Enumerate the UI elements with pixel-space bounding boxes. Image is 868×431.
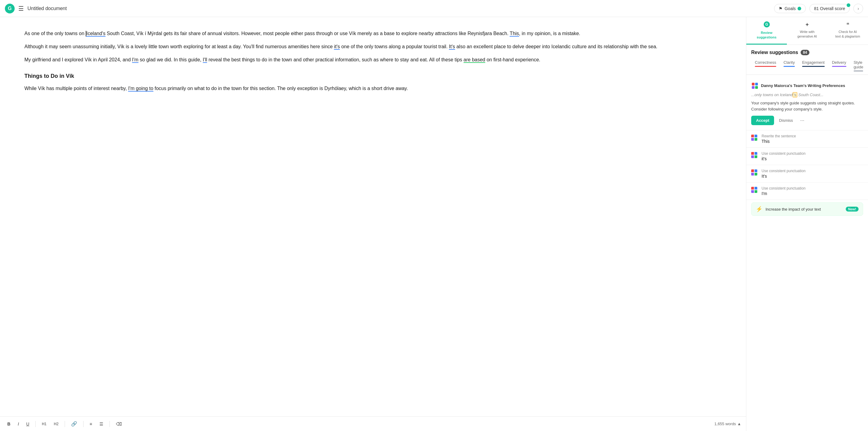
its-word-1: it's [334,44,340,50]
suggestion-value-1: This [762,139,863,144]
suggestion-cards: Danny Maiorca's Team's Writing Preferenc… [746,75,868,431]
iceland-word: Iceland's [86,31,105,37]
panel-content: Review suggestions 84 Correctness Clarit… [746,45,868,431]
document-title[interactable]: Untitled document [27,6,770,11]
more-options-button[interactable]: ··· [798,117,807,124]
suggestion-item-3[interactable]: Use consistent punctuation It's [746,165,868,182]
svg-rect-2 [752,83,754,85]
right-panel: G Reviewsuggestions ✦ Write withgenerati… [746,17,868,431]
svg-rect-3 [755,83,758,85]
impact-lightning-icon: ⚡ [756,206,763,212]
filter-tab-delivery[interactable]: Delivery [828,58,850,75]
team-description: Your company's style guide suggests usin… [751,100,863,112]
toolbar-divider-2 [65,421,65,427]
panel-tabs: G Reviewsuggestions ✦ Write withgenerati… [746,17,868,45]
h2-button[interactable]: H2 [51,421,61,427]
team-context: ...only towns on Iceland's South Coast..… [751,92,863,98]
suggestion-text-1: Rewrite the sentence This [762,134,863,144]
accept-button[interactable]: Accept [751,116,774,125]
clear-format-button[interactable]: ⌫ [114,420,124,428]
score-button[interactable]: 81 Overall score [809,4,850,13]
editor-area: As one of the only towns on Iceland's So… [0,17,746,431]
goals-button[interactable]: ⚑ Goals [774,4,806,13]
svg-text:G: G [765,22,768,27]
paragraph-4[interactable]: While Vík has multiple points of interes… [24,84,722,92]
grammarly-logo[interactable]: G [5,4,14,13]
suggestion-value-4: I'm [762,191,863,196]
editor-content[interactable]: As one of the only towns on Iceland's So… [0,17,746,416]
toolbar-divider-3 [83,421,84,427]
write-ai-icon: ✦ [805,21,809,28]
team-icon [751,82,758,89]
link-button[interactable]: 🔗 [69,420,80,428]
word-count: 1,655 words ▲ [714,422,741,426]
grammarly-tab-icon: G [764,21,770,29]
suggestion-icon-4 [751,187,758,194]
suggestion-icon-3 [751,169,758,177]
suggestion-value-3: It's [762,174,863,178]
h1-button[interactable]: H1 [39,421,49,427]
paragraph-3[interactable]: My girlfriend and I explored Vík in Apri… [24,56,722,64]
toolbar-divider-4 [110,421,110,427]
tab-write-ai[interactable]: ✦ Write withgenerative AI [787,17,828,45]
top-bar: G ☰ Untitled document ⚑ Goals 81 Overall… [0,0,868,17]
goals-flag-icon: ⚑ [779,6,783,11]
im-word: I'm [132,57,138,63]
suggestion-type-2: Use consistent punctuation [762,151,863,156]
bold-button[interactable]: B [5,420,13,428]
suggestion-item-2[interactable]: Use consistent punctuation it's [746,148,868,165]
delivery-underline [832,66,846,67]
score-dot [847,3,850,7]
clarity-underline [783,66,795,67]
filter-tab-correctness[interactable]: Correctness [751,58,780,75]
suggestion-icon-1 [751,135,758,142]
suggestion-text-2: Use consistent punctuation it's [762,151,863,161]
tab-review-suggestions[interactable]: G Reviewsuggestions [746,17,787,45]
expand-button[interactable]: › [854,4,863,13]
underline-button[interactable]: U [24,420,32,428]
bottom-toolbar: B I U H1 H2 🔗 ≡ ☰ ⌫ 1,655 words ▲ [0,416,746,431]
impact-banner[interactable]: ⚡ Increase the impact of your text New! [751,202,863,216]
unordered-list-button[interactable]: ☰ [97,420,106,428]
are-based-phrase: are based [464,57,485,63]
tab-check-plagiarism[interactable]: ❝ Check for AItext & plagiarism [828,17,868,45]
suggestion-text-3: Use consistent punctuation It's [762,169,863,178]
suggestions-title: Review suggestions [751,50,798,55]
suggestion-value-2: it's [762,156,863,161]
suggestion-type-1: Rewrite the sentence [762,134,863,138]
team-card-header: Danny Maiorca's Team's Writing Preferenc… [751,82,863,89]
im-going-phrase: I'm going to [128,86,153,92]
team-name: Danny Maiorca's Team's Writing Preferenc… [761,83,845,88]
paragraph-2[interactable]: Although it may seem unassuming initiall… [24,42,722,51]
team-actions: Accept Dismiss ··· [751,116,863,125]
svg-rect-4 [752,86,754,89]
suggestion-type-4: Use consistent punctuation [762,186,863,191]
suggestion-item-4[interactable]: Use consistent punctuation I'm [746,182,868,200]
heading-things-to-do: Things to Do in Vík [24,71,722,81]
word-count-chevron-icon: ▲ [737,422,741,426]
svg-rect-5 [755,86,758,89]
suggestion-type-3: Use consistent punctuation [762,169,863,173]
suggestion-text-4: Use consistent punctuation I'm [762,186,863,196]
italic-button[interactable]: I [15,420,21,428]
goals-dot [798,7,801,10]
dismiss-button[interactable]: Dismiss [776,116,796,125]
ordered-list-button[interactable]: ≡ [87,420,95,428]
filter-tab-clarity[interactable]: Clarity [780,58,799,75]
filter-tab-style[interactable]: Style guide [850,58,867,75]
highlight-text: 's [793,92,797,97]
filter-tabs: Correctness Clarity Engagement Delivery … [746,58,868,75]
correctness-underline [755,66,776,67]
style-underline [854,70,863,71]
filter-tab-engagement[interactable]: Engagement [799,58,828,75]
toolbar-divider-1 [35,421,36,427]
suggestion-item-1[interactable]: Rewrite the sentence This [746,130,868,148]
its-word-2: It's [449,44,455,50]
paragraph-1[interactable]: As one of the only towns on Iceland's So… [24,29,722,37]
hamburger-menu-icon[interactable]: ☰ [18,5,24,12]
impact-text: Increase the impact of your text [766,207,843,211]
main-layout: As one of the only towns on Iceland's So… [0,17,868,431]
engagement-underline [802,66,825,67]
suggestions-header: Review suggestions 84 [746,45,868,58]
ill-word: I'll [203,57,207,63]
